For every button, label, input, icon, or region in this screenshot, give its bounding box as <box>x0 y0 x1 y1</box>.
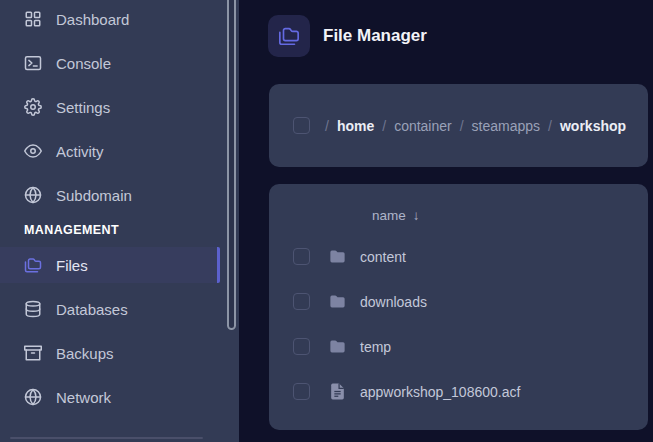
breadcrumb-segment-container[interactable]: container <box>394 118 452 134</box>
globe-icon <box>24 388 42 406</box>
sidebar-item-label: Databases <box>56 301 128 318</box>
main-content: File Manager / home / container / steama… <box>239 0 653 442</box>
globe-icon <box>24 186 42 204</box>
file-name: appworkshop_108600.acf <box>360 384 520 400</box>
sidebar-item-label: Dashboard <box>56 11 129 28</box>
sidebar-item-backups[interactable]: Backups <box>0 335 220 371</box>
file-row-appworkshop[interactable]: appworkshop_108600.acf <box>269 369 648 414</box>
sidebar-item-label: Console <box>56 55 111 72</box>
page-title: File Manager <box>323 26 427 46</box>
row-checkbox[interactable] <box>293 338 310 355</box>
dashboard-icon <box>24 10 42 28</box>
breadcrumb-separator: / <box>325 118 329 134</box>
file-name: content <box>360 249 406 265</box>
breadcrumb-separator: / <box>460 118 464 134</box>
settings-gear-icon <box>24 98 42 116</box>
breadcrumb-segment-steamapps[interactable]: steamapps <box>472 118 540 134</box>
file-name: downloads <box>360 294 427 310</box>
folder-icon <box>328 292 347 311</box>
row-checkbox[interactable] <box>293 383 310 400</box>
sidebar-item-label: Network <box>56 389 111 406</box>
eye-icon <box>24 142 42 160</box>
sidebar-item-label: Activity <box>56 143 104 160</box>
sidebar-item-label: Settings <box>56 99 110 116</box>
column-header-name[interactable]: name ↓ <box>269 204 420 226</box>
sidebar-nav: Dashboard Console Settings <box>0 0 239 415</box>
sidebar-item-network[interactable]: Network <box>0 379 220 415</box>
column-header-label: name <box>372 208 406 223</box>
page-header: File Manager <box>268 15 427 57</box>
console-icon <box>24 54 42 72</box>
archive-icon <box>24 344 42 362</box>
sidebar-item-label: Backups <box>56 345 114 362</box>
select-all-checkbox[interactable] <box>293 117 310 134</box>
sort-desc-icon: ↓ <box>413 208 420 223</box>
sidebar-item-activity[interactable]: Activity <box>0 133 220 169</box>
sidebar-item-databases[interactable]: Databases <box>0 291 220 327</box>
file-name: temp <box>360 339 391 355</box>
sidebar-item-label: Files <box>56 257 88 274</box>
breadcrumb-segment-workshop[interactable]: workshop <box>560 118 626 134</box>
breadcrumb-separator: / <box>382 118 386 134</box>
file-row-temp[interactable]: temp <box>269 324 648 369</box>
sidebar: Dashboard Console Settings <box>0 0 239 442</box>
file-list-panel: name ↓ content downl <box>269 184 648 430</box>
sidebar-section-management: MANAGEMENT <box>0 221 239 239</box>
breadcrumb-segment-home[interactable]: home <box>337 118 374 134</box>
sidebar-item-settings[interactable]: Settings <box>0 89 220 125</box>
file-rows: content downloads temp <box>269 234 648 414</box>
sidebar-scrollbar-thumb[interactable] <box>227 0 236 330</box>
folder-icon <box>328 247 347 266</box>
breadcrumb: / home / container / steamapps / worksho… <box>325 118 626 134</box>
sidebar-item-console[interactable]: Console <box>0 45 220 81</box>
folder-icon <box>328 337 347 356</box>
breadcrumb-separator: / <box>548 118 552 134</box>
sidebar-divider <box>10 437 203 439</box>
file-document-icon <box>328 382 347 401</box>
row-checkbox[interactable] <box>293 293 310 310</box>
breadcrumb-panel: / home / container / steamapps / worksho… <box>269 84 648 167</box>
sidebar-item-files[interactable]: Files <box>0 247 220 283</box>
folders-icon <box>278 25 300 47</box>
file-row-downloads[interactable]: downloads <box>269 279 648 324</box>
sidebar-item-dashboard[interactable]: Dashboard <box>0 1 220 37</box>
row-checkbox[interactable] <box>293 248 310 265</box>
folders-icon <box>24 256 42 274</box>
database-icon <box>24 300 42 318</box>
sidebar-item-label: Subdomain <box>56 187 132 204</box>
sidebar-item-subdomain[interactable]: Subdomain <box>0 177 220 213</box>
sidebar-management-group: Files Databases <box>0 247 239 415</box>
file-manager-icon-box <box>268 15 310 57</box>
file-row-content[interactable]: content <box>269 234 648 279</box>
